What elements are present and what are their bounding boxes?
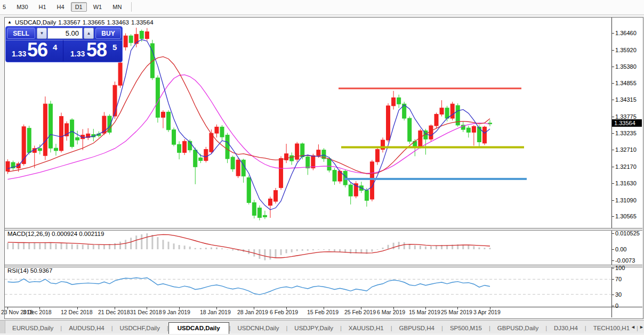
price-axis-label: 1.35920 [615, 47, 637, 53]
candle-bullish [375, 149, 379, 161]
macd-axis-label: -0.0073 [615, 257, 635, 264]
candle-bearish [333, 170, 336, 181]
date-axis-label: 31 Dec 2018 [130, 309, 162, 315]
rsi-axis-tick [612, 306, 614, 306]
tab-scroll-left-icon[interactable]: ◄ [631, 324, 635, 330]
tab-eurusd-daily[interactable]: EURUSD,Daily [5, 323, 60, 333]
tab-usdcnh-daily[interactable]: USDCNH,Daily [231, 323, 286, 333]
timeframe-button-m30[interactable]: M30 [12, 2, 32, 12]
candle-bearish [38, 149, 42, 151]
tab-usdjpy-daily[interactable]: USDJPY,Daily [287, 323, 340, 333]
sell-price-display[interactable]: 1.33 56 4 [6, 40, 63, 61]
rsi-indicator-chart[interactable] [5, 266, 612, 307]
price-axis-label: 1.32710 [615, 146, 637, 153]
sell-price-prefix: 1.33 [12, 50, 26, 58]
rsi-axis-label: 70 [615, 276, 622, 282]
candle-bearish [263, 215, 267, 217]
candle-bullish [440, 108, 444, 115]
timeframe-button-h4[interactable]: H4 [53, 2, 69, 12]
date-axis-label: 15 Mar 2019 [409, 309, 440, 315]
candle-bearish [466, 128, 470, 132]
timeframe-button-w1[interactable]: W1 [89, 2, 107, 12]
ohlc-low: 1.33463 [107, 19, 129, 26]
ohlc-high: 1.33665 [83, 19, 105, 26]
tabbar-notch [0, 321, 5, 333]
tab-dj30-h4[interactable]: DJ30,H4 [547, 323, 585, 333]
one-click-trade-panel: SELL ▼ 5.00 ▲ BUY 1.33 56 4 1.33 58 5 [5, 26, 123, 62]
collapse-panel-icon[interactable]: ▲ [7, 20, 12, 24]
price-axis-tick [612, 33, 614, 34]
macd-axis-tick [612, 249, 614, 250]
candle-bearish [167, 112, 171, 129]
tab-gbpusd-h4[interactable]: GBPUSD,H4 [392, 323, 441, 333]
date-axis-label: 18 Jan 2019 [200, 309, 231, 315]
candle-bearish [178, 144, 181, 152]
tab-usdchf-daily[interactable]: USDCHF,Daily [113, 323, 167, 333]
sell-price-pip: 4 [53, 43, 57, 52]
candle-bullish [161, 112, 165, 117]
volume-decrease-button[interactable]: ▼ [37, 28, 47, 39]
candle-bullish [429, 126, 433, 139]
toolbar-separator [131, 2, 132, 12]
candle-bullish [118, 63, 122, 85]
candle-bearish [349, 185, 352, 196]
price-axis-divider [611, 18, 612, 317]
date-axis-label: 25 Mar 2019 [441, 309, 472, 315]
candle-bearish [188, 141, 192, 150]
candle-bullish [145, 32, 149, 39]
buy-price-pip: 5 [112, 43, 117, 52]
candle-bullish [183, 141, 187, 152]
price-axis-tick [612, 150, 614, 150]
date-axis-label: 9 Jan 2019 [163, 309, 190, 315]
chart-title: ▲USDCAD,Daily1.335671.336651.334631.3356… [7, 19, 156, 26]
ohlc-open: 1.33567 [58, 19, 80, 26]
candle-bullish [387, 106, 390, 140]
timeframe-button-d1[interactable]: D1 [71, 2, 87, 12]
rsi-pane-splitter[interactable] [5, 265, 642, 267]
candle-bearish [397, 98, 401, 104]
candle-bullish [295, 144, 299, 159]
candle-bearish [27, 128, 31, 153]
date-axis-label: 6 Feb 2019 [270, 309, 298, 315]
timeframe-toolbar: 5M30H1H4D1W1MN [0, 0, 644, 15]
candle-bullish [311, 156, 315, 168]
buy-price-display[interactable]: 1.33 58 5 [63, 40, 122, 61]
price-axis-tick [612, 183, 614, 184]
date-axis-label: 12 Dec 2018 [61, 309, 93, 315]
date-axis-label: 21 Dec 2018 [98, 309, 130, 315]
price-axis-label: 1.30565 [615, 213, 637, 219]
candle-bearish [408, 118, 412, 141]
timeframe-button-5[interactable]: 5 [0, 2, 10, 12]
chart-symbol-label: USDCAD,Daily [15, 19, 56, 26]
buy-price-prefix: 1.33 [70, 50, 85, 58]
timeframe-button-h1[interactable]: H1 [35, 2, 51, 12]
candle-bearish [129, 36, 133, 43]
volume-increase-button[interactable]: ▲ [84, 28, 94, 39]
price-axis-label: 1.32170 [615, 164, 637, 170]
tab-sp500-m15[interactable]: SP500,M15 [443, 323, 489, 333]
price-axis-label: 1.34315 [615, 96, 637, 103]
candle-bullish [6, 161, 10, 171]
sell-price-main: 56 [27, 39, 47, 61]
tab-audusd-h4[interactable]: AUDUSD,H4 [62, 323, 111, 333]
tab-scroll-right-icon[interactable]: ► [639, 324, 644, 330]
candle-bullish [450, 104, 454, 118]
date-axis-label: 6 Mar 2019 [377, 309, 405, 315]
timeframe-button-mn[interactable]: MN [108, 2, 126, 12]
candle-bearish [252, 202, 256, 215]
tab-gbpusd-daily[interactable]: GBPUSD,Daily [490, 323, 545, 333]
symbol-tab-bar: EURUSD,Daily|AUDUSD,H4|USDCHF,Daily|USDC… [0, 320, 644, 333]
volume-input[interactable]: 5.00 [47, 28, 83, 39]
tab-xauusd-h1[interactable]: XAUUSD,H1 [342, 323, 391, 333]
tab-tech100-h1[interactable]: TECH100,H1 [586, 323, 637, 333]
candle-bullish [392, 98, 396, 106]
price-axis-label: 1.34855 [615, 80, 637, 86]
rsi-axis-tick [612, 268, 614, 268]
candle-bullish [215, 127, 219, 133]
tab-usdcad-daily[interactable]: USDCAD,Daily [168, 322, 229, 334]
candle-bearish [231, 157, 235, 169]
date-axis-label: 15 Feb 2019 [307, 309, 339, 315]
buy-button[interactable]: BUY [95, 28, 121, 39]
sell-button[interactable]: SELL [7, 28, 35, 39]
macd-axis-tick [612, 233, 614, 234]
